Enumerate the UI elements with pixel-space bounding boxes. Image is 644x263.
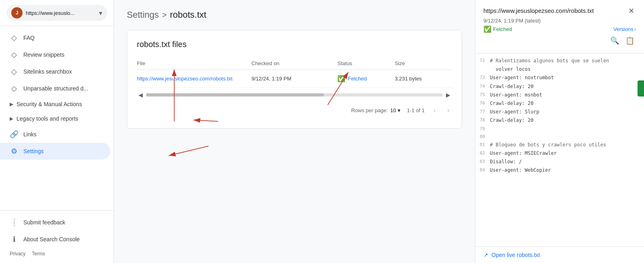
- line-number: 79: [475, 125, 490, 133]
- chevron-right-icon: ▶: [10, 101, 13, 107]
- sidebar-item-review-snippets[interactable]: ◇ Review snippets: [0, 46, 110, 63]
- cell-size: 3,231 bytes: [395, 76, 452, 82]
- line-number: 74: [475, 83, 490, 90]
- code-line: 73User-agent: noxtrumbot: [475, 74, 644, 82]
- scroll-left-btn[interactable]: ◀: [137, 91, 144, 99]
- sidebar-nav: ◇ FAQ ◇ Review snippets ◇ Sitelinks sear…: [0, 26, 114, 210]
- sidebar-item-label: Unparsable structured d...: [23, 85, 88, 92]
- sidebar-item-label: FAQ: [23, 35, 35, 41]
- line-number: 82: [475, 150, 490, 157]
- diamond-icon: ◇: [10, 33, 19, 42]
- line-content: Crawl-delay: 20: [490, 100, 533, 107]
- status-label: Fetched: [348, 76, 367, 82]
- search-button[interactable]: 🔍: [609, 35, 621, 47]
- line-content: User-agent: msnbot: [490, 91, 542, 99]
- diamond-icon: ◇: [10, 84, 19, 93]
- sidebar-item-sitelinks-searchbox[interactable]: ◇ Sitelinks searchbox: [0, 63, 110, 80]
- robots-txt-card: robots.txt files File Checked on Status …: [127, 30, 462, 129]
- code-line: 83Disallow: /: [475, 158, 644, 166]
- sidebar-item-unparsable-structured[interactable]: ◇ Unparsable structured d...: [0, 80, 110, 97]
- col-size: Size: [395, 60, 452, 66]
- line-number: 81: [475, 141, 490, 148]
- prev-page-btn[interactable]: ‹: [431, 105, 438, 115]
- diamond-icon: ◇: [10, 50, 19, 59]
- scrollbar-track[interactable]: [146, 93, 443, 97]
- breadcrumb: Settings > robots.txt: [127, 10, 462, 20]
- code-line: 84User-agent: WebCopier: [475, 166, 644, 175]
- code-line: 82User-agent: MSIECrawler: [475, 149, 644, 158]
- green-badge: [638, 80, 644, 97]
- scroll-right-btn[interactable]: ▶: [444, 91, 452, 99]
- line-number: 75: [475, 91, 490, 99]
- table-row[interactable]: https://www.jesuslopezseo.com/robots.txt…: [137, 70, 452, 88]
- sidebar-item-label: Links: [23, 131, 37, 138]
- rows-per-page: Rows per page: 10 ▾: [351, 107, 400, 113]
- sidebar-item-label: Review snippets: [23, 51, 64, 58]
- line-number: 76: [475, 100, 490, 107]
- col-file: File: [137, 60, 252, 66]
- line-number: 73: [475, 74, 490, 81]
- open-live-link[interactable]: ↗ Open live robots.txt: [483, 252, 636, 258]
- line-number: 77: [475, 108, 490, 115]
- breadcrumb-current: robots.txt: [170, 10, 206, 20]
- link-icon: 🔗: [10, 130, 19, 139]
- gear-icon: ⚙: [10, 147, 19, 156]
- line-content: # Ralentizamos algunos bots que se suele…: [490, 57, 609, 65]
- breadcrumb-parent[interactable]: Settings: [127, 10, 159, 20]
- line-content: User-agent: noxtrumbot: [490, 74, 554, 82]
- info-icon: ℹ: [10, 235, 19, 244]
- pagination-range: 1-1 of 1: [407, 107, 425, 113]
- code-line: 77User-agent: Slurp: [475, 108, 644, 116]
- line-content: # Bloqueo de bots y crawlers poco utiles: [490, 141, 606, 149]
- line-content: User-agent: Slurp: [490, 108, 539, 116]
- terms-link[interactable]: Terms: [32, 251, 45, 257]
- check-circle-icon: ✅: [483, 25, 491, 33]
- scrollbar[interactable]: ◀ ▶: [137, 88, 452, 102]
- site-url: https://www.jesuslo...: [26, 10, 96, 16]
- col-status: Status: [337, 60, 394, 66]
- sidebar: J https://www.jesuslo... ▾ ◇ FAQ ◇ Revie…: [0, 0, 114, 263]
- scrollbar-thumb: [146, 93, 324, 97]
- copy-button[interactable]: 📋: [624, 35, 636, 47]
- sidebar-item-about-search-console[interactable]: ℹ About Search Console: [0, 231, 110, 248]
- rp-status-label: Fetched: [493, 26, 512, 32]
- cell-file: https://www.jesuslopezseo.com/robots.txt: [137, 76, 252, 82]
- chevron-down-icon: ▾: [99, 9, 102, 17]
- next-page-btn[interactable]: ›: [445, 105, 452, 115]
- rp-status-row: ✅ Fetched Versions ›: [483, 25, 636, 33]
- exclamation-icon: ❕: [10, 218, 19, 227]
- code-line: 80: [475, 133, 644, 141]
- code-line: 74Crawl-delay: 20: [475, 82, 644, 91]
- sidebar-top: J https://www.jesuslo... ▾: [0, 0, 114, 26]
- line-number: 78: [475, 117, 490, 124]
- diamond-icon: ◇: [10, 67, 19, 76]
- main-content: Settings > robots.txt robots.txt files F…: [114, 0, 475, 263]
- sidebar-item-security-manual[interactable]: ▶ Security & Manual Actions: [0, 97, 114, 111]
- sidebar-footer: Privacy Terms: [0, 248, 114, 260]
- code-line: 75User-agent: msnbot: [475, 91, 644, 99]
- code-line: 81# Bloqueo de bots y crawlers poco util…: [475, 141, 644, 149]
- code-line: 72# Ralentizamos algunos bots que se sue…: [475, 57, 644, 65]
- rp-title-text: https://www.jesuslopezseo.com/robots.txt: [483, 6, 627, 15]
- sidebar-item-links[interactable]: 🔗 Links: [0, 126, 110, 143]
- rp-status: ✅ Fetched: [483, 25, 512, 33]
- sidebar-item-faq[interactable]: ◇ FAQ: [0, 29, 110, 46]
- check-circle-icon: ✅: [337, 75, 345, 82]
- sidebar-item-submit-feedback[interactable]: ❕ Submit feedback: [0, 214, 110, 231]
- site-selector[interactable]: J https://www.jesuslo... ▾: [6, 5, 107, 21]
- rp-header: https://www.jesuslopezseo.com/robots.txt…: [475, 0, 644, 53]
- code-line: 78Crawl-delay: 20: [475, 116, 644, 125]
- versions-link[interactable]: Versions ›: [613, 26, 636, 32]
- breadcrumb-separator: >: [162, 10, 167, 20]
- line-content: Crawl-delay: 20: [490, 83, 533, 90]
- line-number: 72: [475, 57, 490, 64]
- line-content: Crawl-delay: 20: [490, 117, 533, 124]
- sidebar-item-label: About Search Console: [23, 236, 80, 242]
- privacy-link[interactable]: Privacy: [10, 251, 25, 257]
- sidebar-item-settings[interactable]: ⚙ Settings: [0, 143, 110, 160]
- sidebar-item-legacy-tools[interactable]: ▶ Legacy tools and reports: [0, 111, 114, 126]
- rows-select[interactable]: 10 ▾: [390, 107, 400, 113]
- line-content: Disallow: /: [490, 158, 522, 166]
- close-button[interactable]: ✕: [627, 6, 636, 15]
- rp-actions: 🔍 📋: [483, 33, 636, 48]
